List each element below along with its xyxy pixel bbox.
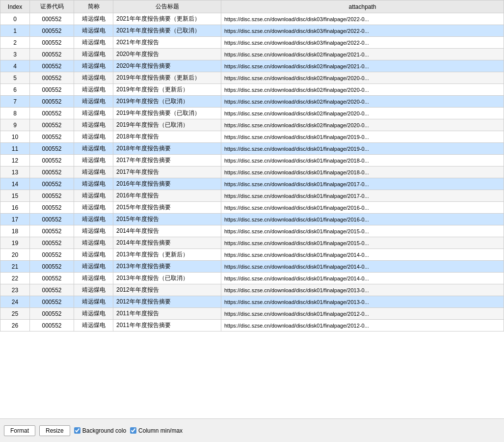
cell-path: https://disc.szse.cn/download/disc/disk0… bbox=[221, 214, 504, 225]
cell-index: 16 bbox=[0, 202, 30, 214]
table-row[interactable]: 1000552靖远煤电2021年年度报告摘要（已取消）https://disc.… bbox=[0, 25, 504, 37]
cell-index: 17 bbox=[0, 214, 30, 225]
table-row[interactable]: 26000552靖远煤电2011年年度报告摘要https://disc.szse… bbox=[0, 320, 504, 332]
cell-title: 2019年年度报告摘要（更新后） bbox=[113, 72, 221, 84]
table-row[interactable]: 7000552靖远煤电2019年年度报告（已取消）https://disc.sz… bbox=[0, 96, 504, 108]
table-row[interactable]: 20000552靖远煤电2013年年度报告（更新后）https://disc.s… bbox=[0, 249, 504, 261]
cell-code: 000552 bbox=[30, 60, 74, 72]
cell-path: https://disc.szse.cn/download/disc/disk0… bbox=[221, 108, 504, 119]
cell-code: 000552 bbox=[30, 49, 74, 60]
cell-title: 2019年年度报告（已取消） bbox=[113, 96, 221, 108]
cell-index: 22 bbox=[0, 273, 30, 284]
cell-path: https://disc.szse.cn/download/disc/disk0… bbox=[221, 131, 504, 143]
table-row[interactable]: 22000552靖远煤电2013年年度报告（已取消）https://disc.s… bbox=[0, 273, 504, 284]
cell-name: 靖远煤电 bbox=[74, 202, 113, 214]
cell-name: 靖远煤电 bbox=[74, 108, 113, 119]
cell-code: 000552 bbox=[30, 225, 74, 237]
cell-title: 2013年年度报告摘要 bbox=[113, 261, 221, 273]
cell-name: 靖远煤电 bbox=[74, 96, 113, 108]
table-row[interactable]: 4000552靖远煤电2020年年度报告摘要https://disc.szse.… bbox=[0, 60, 504, 72]
cell-name: 靖远煤电 bbox=[74, 296, 113, 308]
cell-code: 000552 bbox=[30, 96, 74, 108]
cell-code: 000552 bbox=[30, 72, 74, 84]
table-row[interactable]: 18000552靖远煤电2014年年度报告https://disc.szse.c… bbox=[0, 225, 504, 237]
cell-title: 2013年年度报告（已取消） bbox=[113, 273, 221, 284]
cell-index: 21 bbox=[0, 261, 30, 273]
cell-code: 000552 bbox=[30, 237, 74, 249]
cell-code: 000552 bbox=[30, 190, 74, 202]
cell-path: https://disc.szse.cn/download/disc/disk0… bbox=[221, 320, 504, 332]
cell-index: 11 bbox=[0, 143, 30, 155]
cell-code: 000552 bbox=[30, 155, 74, 166]
cell-path: https://disc.szse.cn/download/disc/disk0… bbox=[221, 308, 504, 320]
cell-index: 24 bbox=[0, 296, 30, 308]
table-row[interactable]: 0000552靖远煤电2021年年度报告摘要（更新后）https://disc.… bbox=[0, 13, 504, 25]
col-header-title: 公告标题 bbox=[113, 0, 221, 13]
cell-code: 000552 bbox=[30, 296, 74, 308]
cell-code: 000552 bbox=[30, 143, 74, 155]
cell-name: 靖远煤电 bbox=[74, 284, 113, 296]
cell-code: 000552 bbox=[30, 249, 74, 261]
resize-button[interactable]: Resize bbox=[39, 425, 70, 436]
cell-path: https://disc.szse.cn/download/disc/disk0… bbox=[221, 72, 504, 84]
table-row[interactable]: 3000552靖远煤电2020年年度报告https://disc.szse.cn… bbox=[0, 49, 504, 60]
table-row[interactable]: 19000552靖远煤电2014年年度报告摘要https://disc.szse… bbox=[0, 237, 504, 249]
table-row[interactable]: 15000552靖远煤电2016年年度报告https://disc.szse.c… bbox=[0, 190, 504, 202]
col-header-index: Index bbox=[0, 0, 30, 13]
cell-path: https://disc.szse.cn/download/disc/disk0… bbox=[221, 96, 504, 108]
table-row[interactable]: 23000552靖远煤电2012年年度报告https://disc.szse.c… bbox=[0, 284, 504, 296]
cell-name: 靖远煤电 bbox=[74, 155, 113, 166]
table-row[interactable]: 24000552靖远煤电2012年年度报告摘要https://disc.szse… bbox=[0, 296, 504, 308]
table-row[interactable]: 17000552靖远煤电2015年年度报告https://disc.szse.c… bbox=[0, 214, 504, 225]
table-row[interactable]: 9000552靖远煤电2019年年度报告（已取消）https://disc.sz… bbox=[0, 119, 504, 131]
col-minmax-checkbox[interactable] bbox=[130, 427, 136, 434]
cell-index: 13 bbox=[0, 166, 30, 178]
cell-index: 26 bbox=[0, 320, 30, 332]
cell-code: 000552 bbox=[30, 202, 74, 214]
cell-title: 2021年年度报告摘要（更新后） bbox=[113, 13, 221, 25]
cell-path: https://disc.szse.cn/download/disc/disk0… bbox=[221, 237, 504, 249]
cell-name: 靖远煤电 bbox=[74, 320, 113, 332]
cell-path: https://disc.szse.cn/download/disc/disk0… bbox=[221, 49, 504, 60]
cell-index: 23 bbox=[0, 284, 30, 296]
cell-index: 5 bbox=[0, 72, 30, 84]
table-row[interactable]: 11000552靖远煤电2018年年度报告摘要https://disc.szse… bbox=[0, 143, 504, 155]
cell-title: 2017年年度报告 bbox=[113, 166, 221, 178]
cell-title: 2020年年度报告摘要 bbox=[113, 60, 221, 72]
cell-path: https://disc.szse.cn/download/disc/disk0… bbox=[221, 119, 504, 131]
bg-color-checkbox[interactable] bbox=[74, 427, 80, 434]
cell-path: https://disc.szse.cn/download/disc/disk0… bbox=[221, 273, 504, 284]
cell-title: 2015年年度报告摘要 bbox=[113, 202, 221, 214]
cell-name: 靖远煤电 bbox=[74, 261, 113, 273]
cell-index: 25 bbox=[0, 308, 30, 320]
cell-name: 靖远煤电 bbox=[74, 119, 113, 131]
table-row[interactable]: 10000552靖远煤电2018年年度报告https://disc.szse.c… bbox=[0, 131, 504, 143]
cell-title: 2018年年度报告摘要 bbox=[113, 143, 221, 155]
cell-index: 9 bbox=[0, 119, 30, 131]
table-row[interactable]: 14000552靖远煤电2016年年度报告摘要https://disc.szse… bbox=[0, 178, 504, 190]
table-row[interactable]: 5000552靖远煤电2019年年度报告摘要（更新后）https://disc.… bbox=[0, 72, 504, 84]
table-row[interactable]: 8000552靖远煤电2019年年度报告摘要（已取消）https://disc.… bbox=[0, 108, 504, 119]
cell-name: 靖远煤电 bbox=[74, 13, 113, 25]
col-header-name: 简称 bbox=[74, 0, 113, 13]
table-row[interactable]: 12000552靖远煤电2017年年度报告摘要https://disc.szse… bbox=[0, 155, 504, 166]
cell-index: 19 bbox=[0, 237, 30, 249]
table-row[interactable]: 13000552靖远煤电2017年年度报告https://disc.szse.c… bbox=[0, 166, 504, 178]
table-row[interactable]: 2000552靖远煤电2021年年度报告https://disc.szse.cn… bbox=[0, 37, 504, 49]
format-button[interactable]: Format bbox=[4, 425, 35, 436]
cell-code: 000552 bbox=[30, 284, 74, 296]
cell-name: 靖远煤电 bbox=[74, 72, 113, 84]
cell-path: https://disc.szse.cn/download/disc/disk0… bbox=[221, 60, 504, 72]
cell-code: 000552 bbox=[30, 166, 74, 178]
cell-index: 1 bbox=[0, 25, 30, 37]
table-row[interactable]: 25000552靖远煤电2011年年度报告https://disc.szse.c… bbox=[0, 308, 504, 320]
col-minmax-label: Column min/max bbox=[138, 427, 183, 434]
cell-code: 000552 bbox=[30, 320, 74, 332]
cell-path: https://disc.szse.cn/download/disc/disk0… bbox=[221, 166, 504, 178]
data-table-container: Index证券代码简称公告标题attachpath 0000552靖远煤电202… bbox=[0, 0, 504, 418]
cell-path: https://disc.szse.cn/download/disc/disk0… bbox=[221, 225, 504, 237]
table-row[interactable]: 16000552靖远煤电2015年年度报告摘要https://disc.szse… bbox=[0, 202, 504, 214]
cell-title: 2016年年度报告 bbox=[113, 190, 221, 202]
table-row[interactable]: 6000552靖远煤电2019年年度报告（更新后）https://disc.sz… bbox=[0, 84, 504, 96]
table-row[interactable]: 21000552靖远煤电2013年年度报告摘要https://disc.szse… bbox=[0, 261, 504, 273]
